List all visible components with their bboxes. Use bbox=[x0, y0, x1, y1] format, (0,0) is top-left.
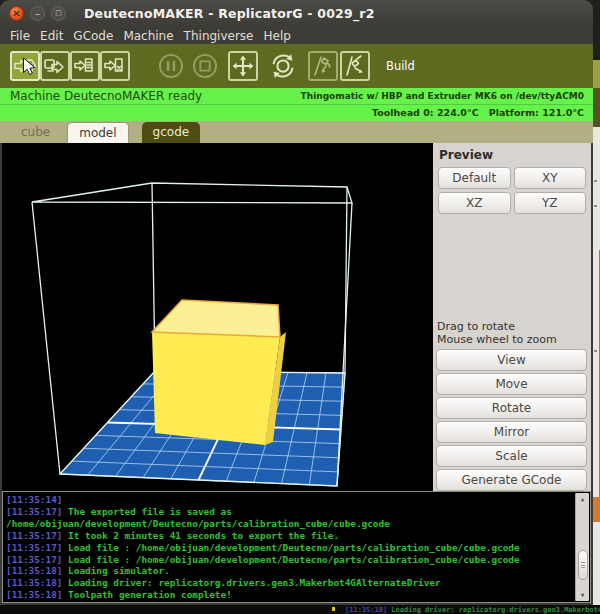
simulate-icon bbox=[43, 54, 67, 78]
build-label: Build bbox=[386, 59, 415, 73]
reset-machine-button[interactable] bbox=[268, 51, 298, 81]
console-line: [11:35:18] Toolpath generation complete! bbox=[6, 589, 574, 601]
toolhead-temperature: Toolhead 0: 224.0°C bbox=[372, 107, 479, 118]
background-window-right-sliver bbox=[593, 0, 600, 614]
xz-view-button[interactable]: XZ bbox=[438, 192, 511, 214]
console-line: [11:35:17] It took 2 minutes 41 seconds … bbox=[6, 530, 574, 542]
scrollbar-thumb[interactable] bbox=[578, 550, 588, 580]
zoom-hint: Mouse wheel to zoom bbox=[437, 333, 557, 346]
console-line: [11:35:17] Load file : /home/obijuan/dev… bbox=[6, 542, 574, 554]
minimize-button[interactable]: – bbox=[30, 6, 45, 21]
xy-view-button[interactable]: XY bbox=[514, 167, 587, 189]
build-button[interactable] bbox=[10, 51, 40, 81]
pause-button bbox=[156, 51, 186, 81]
close-button[interactable]: ✕ bbox=[9, 6, 24, 21]
disconnect-icon bbox=[311, 54, 335, 78]
rotate-hint: Drag to rotate bbox=[437, 320, 557, 333]
stop-icon bbox=[191, 52, 219, 80]
platform-temperature: Platform: 121.0°C bbox=[489, 107, 584, 118]
view-button[interactable]: View bbox=[436, 349, 587, 371]
scale-button[interactable]: Scale bbox=[436, 445, 587, 467]
console-scrollbar[interactable]: ▲ ▼ bbox=[575, 493, 589, 601]
control-panel-icon bbox=[231, 54, 255, 78]
window-title: DeutecnoMAKER - ReplicatorG - 0029_r2 bbox=[84, 6, 375, 21]
simulate-button[interactable] bbox=[40, 51, 70, 81]
titlebar: ✕ – □ DeutecnoMAKER - ReplicatorG - 0029… bbox=[0, 0, 593, 27]
model-3d-viewport[interactable] bbox=[2, 143, 433, 491]
console-log[interactable]: [11:35:14] [11:35:17] The exported file … bbox=[2, 491, 591, 603]
screen: ✕ – □ DeutecnoMAKER - ReplicatorG - 0029… bbox=[0, 0, 600, 614]
mirror-button[interactable]: Mirror bbox=[436, 421, 587, 443]
console-line: [11:35:17] Load file : /home/obijuan/dev… bbox=[6, 554, 574, 566]
menu-item-machine[interactable]: Machine bbox=[118, 29, 178, 43]
tab-model[interactable]: model bbox=[67, 122, 128, 143]
tab-gcode[interactable]: gcode bbox=[142, 122, 201, 143]
main-area: Preview Default XY XZ YZ Drag to rotate … bbox=[2, 143, 591, 491]
close-icon: ✕ bbox=[12, 8, 20, 18]
generate-gcode-button[interactable]: Generate GCode bbox=[436, 469, 587, 491]
machine-status-text: Machine DeutecnoMAKER ready bbox=[10, 89, 202, 103]
menu-item-file[interactable]: File bbox=[5, 29, 35, 43]
cursor-tick bbox=[332, 607, 335, 611]
console-line: [11:35:14] bbox=[6, 494, 574, 506]
preview-panel: Preview Default XY XZ YZ Drag to rotate … bbox=[433, 143, 591, 491]
menu-item-gcode[interactable]: GCode bbox=[68, 29, 118, 43]
rotate-button[interactable]: Rotate bbox=[436, 397, 587, 419]
menu-item-edit[interactable]: Edit bbox=[35, 29, 68, 43]
default-view-button[interactable]: Default bbox=[438, 167, 511, 189]
background-window-bottom-sliver: [11:35:18] Loading driver: replicatorg.d… bbox=[0, 605, 600, 614]
scroll-down-icon[interactable]: ▼ bbox=[576, 589, 589, 601]
toolbar: Build bbox=[0, 44, 593, 88]
minimize-icon: – bbox=[35, 8, 40, 18]
menubar: File Edit GCode Machine Thingiverse Help bbox=[0, 27, 593, 44]
build-to-file-button[interactable] bbox=[100, 51, 130, 81]
build-gcode-icon bbox=[73, 54, 97, 78]
move-button[interactable]: Move bbox=[436, 373, 587, 395]
yz-view-button[interactable]: YZ bbox=[514, 192, 587, 214]
build-gcode-button[interactable] bbox=[70, 51, 100, 81]
stop-button bbox=[190, 51, 220, 81]
pause-icon bbox=[157, 52, 185, 80]
scroll-up-icon[interactable]: ▲ bbox=[576, 493, 589, 505]
tab-cube[interactable]: cube bbox=[10, 122, 61, 143]
connect-icon bbox=[343, 54, 367, 78]
menu-item-help[interactable]: Help bbox=[259, 29, 296, 43]
console-line: /home/obijuan/development/Deutecno/parts… bbox=[6, 518, 574, 530]
model-cube bbox=[152, 300, 286, 445]
preview-title: Preview bbox=[439, 148, 587, 162]
build-to-file-icon bbox=[103, 54, 127, 78]
console-line: [11:35:18] Loading driver: replicatorg.d… bbox=[6, 577, 574, 589]
reset-machine-icon bbox=[268, 51, 298, 81]
console-line: [11:35:17] The exported file is saved as bbox=[6, 506, 574, 518]
connect-button[interactable] bbox=[340, 51, 370, 81]
machine-status-bar: Machine DeutecnoMAKER ready Thingomatic … bbox=[0, 88, 593, 121]
maximize-button[interactable]: □ bbox=[51, 6, 66, 21]
menu-item-thingiverse[interactable]: Thingiverse bbox=[179, 29, 259, 43]
control-panel-button[interactable] bbox=[228, 51, 258, 81]
tab-strip: cube model gcode bbox=[0, 121, 593, 143]
console-line: [11:35:18] Loading simulator. bbox=[6, 565, 574, 577]
build-icon bbox=[13, 54, 37, 78]
machine-info-text: Thingomatic w/ HBP and Extruder MK6 on /… bbox=[301, 91, 584, 101]
maximize-icon: □ bbox=[55, 10, 62, 17]
replicatorg-window: ✕ – □ DeutecnoMAKER - ReplicatorG - 0029… bbox=[0, 0, 593, 605]
disconnect-button[interactable] bbox=[308, 51, 338, 81]
3d-scene bbox=[2, 143, 433, 491]
